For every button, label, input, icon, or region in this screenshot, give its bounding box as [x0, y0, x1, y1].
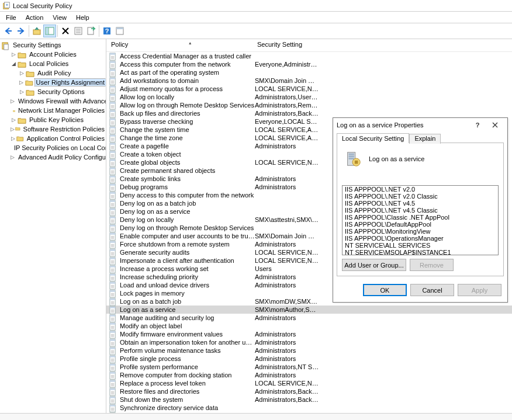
apply-button[interactable]: Apply	[458, 284, 501, 296]
tab-local-security-setting[interactable]: Local Security Setting	[337, 133, 409, 143]
policy-icon	[109, 347, 117, 355]
policy-row[interactable]: Modify an object label	[106, 322, 512, 330]
tree-item[interactable]: ▷Security Options	[0, 87, 106, 96]
tree-expander[interactable]: ▷	[19, 89, 25, 95]
policy-icon	[109, 110, 117, 117]
tree-item[interactable]: ▷Audit Policy	[0, 68, 106, 78]
principals-listbox[interactable]: IIS APPPOOL\.NET v2.0IIS APPPOOL\.NET v2…	[342, 185, 499, 255]
add-user-or-group-button[interactable]: Add User or Group...	[342, 259, 406, 271]
cancel-button[interactable]: Cancel	[410, 284, 454, 296]
up-button[interactable]	[30, 25, 43, 37]
tree-item[interactable]: IP Security Policies on Local Compute	[0, 143, 106, 152]
policy-row[interactable]: Access this computer from the networkEve…	[106, 60, 512, 68]
policy-row[interactable]: Allow log on through Remote Desktop Serv…	[106, 101, 512, 109]
tree-item[interactable]: ▷User Rights Assignment	[0, 78, 106, 87]
menu-file[interactable]: File	[1, 13, 21, 22]
policy-row[interactable]: Log on as a serviceSMX\momAuthor,SMX\...	[106, 306, 512, 314]
principal-item[interactable]: IIS APPPOOL\.NET v2.0 Classic	[343, 193, 498, 200]
svg-rect-205	[110, 355, 115, 357]
tree-item[interactable]: ◢Local Policies	[0, 59, 106, 68]
policy-row[interactable]: Shut down the systemAdministrators,Backu…	[106, 395, 512, 404]
tree-expander[interactable]: ▷	[11, 51, 17, 58]
policy-row[interactable]: Modify firmware environment valuesAdmini…	[106, 330, 512, 338]
menu-view[interactable]: View	[48, 13, 71, 22]
back-button[interactable]	[2, 25, 15, 37]
principal-item[interactable]: IIS APPPOOL\.NET v4.5	[343, 200, 498, 207]
svg-rect-246	[349, 155, 354, 157]
svg-rect-50	[110, 102, 115, 103]
policy-row[interactable]: Profile single processAdministrators	[106, 355, 512, 363]
tree-item[interactable]: ▷Windows Firewall with Advanced Sec	[0, 96, 106, 106]
tree-expander[interactable]: ▷	[11, 154, 15, 161]
tree-expander[interactable]: ▷	[19, 70, 25, 77]
tree-expander[interactable]: ▷	[11, 126, 15, 133]
principal-item[interactable]: NT SERVICE\MSOLAP$INSTANCE1	[343, 249, 498, 255]
dialog-close-button[interactable]	[486, 119, 504, 131]
tree-root[interactable]: Security Settings	[0, 40, 106, 50]
principal-item[interactable]: IIS APPPOOL\MonitoringView	[343, 228, 498, 235]
remove-button[interactable]: Remove	[410, 259, 454, 271]
policy-icon	[109, 126, 117, 134]
tree-horizontal-scrollbar[interactable]	[0, 404, 106, 413]
tab-explain[interactable]: Explain	[409, 134, 441, 144]
principal-item[interactable]: IIS APPPOOL\.NET v4.5 Classic	[343, 207, 498, 214]
policy-row[interactable]: Manage auditing and security logAdminist…	[106, 314, 512, 322]
policy-row[interactable]: Restore files and directoriesAdministrat…	[106, 387, 512, 395]
svg-rect-247	[349, 158, 354, 159]
policy-row[interactable]: Add workstations to domainSMX\Domain Joi…	[106, 77, 512, 85]
svg-rect-155	[110, 273, 115, 275]
properties-button[interactable]	[72, 25, 85, 37]
tree-item[interactable]: ▷Advanced Audit Policy Configuration	[0, 152, 106, 162]
delete-button[interactable]	[59, 25, 72, 37]
policy-row[interactable]: Synchronize directory service data	[106, 404, 512, 412]
svg-text:?: ?	[105, 27, 109, 34]
policy-row[interactable]: Back up files and directoriesAdministrat…	[106, 109, 512, 117]
ok-button[interactable]: OK	[363, 284, 407, 296]
tree-expander[interactable]: ▷	[11, 136, 16, 142]
policy-row[interactable]: Allow log on locallyAdministrators,Users…	[106, 93, 512, 101]
principal-item[interactable]: IIS APPPOOL\DefaultAppPool	[343, 221, 498, 228]
policy-row[interactable]: Take ownership of files or other objects…	[106, 412, 512, 413]
tree-expander[interactable]: ▷	[11, 117, 17, 123]
toolbar: ?	[0, 23, 512, 39]
policy-row[interactable]: Profile system performanceAdministrators…	[106, 363, 512, 371]
show-hide-tree-button[interactable]	[43, 25, 56, 37]
principal-item[interactable]: IIS APPPOOL\.NET v2.0	[343, 186, 498, 193]
policy-row[interactable]: Access Credential Manager as a trusted c…	[106, 52, 512, 60]
tree-expander[interactable]: ◢	[11, 61, 17, 67]
policy-icon	[109, 200, 117, 207]
svg-rect-115	[110, 208, 115, 210]
tree-item[interactable]: ▷Application Control Policies	[0, 134, 106, 143]
tree-item[interactable]: ▷Public Key Policies	[0, 115, 106, 124]
principal-item[interactable]: IIS APPPOOL\OperationsManager	[343, 235, 498, 242]
tree-item[interactable]: Network List Manager Policies	[0, 106, 106, 115]
policy-row[interactable]: Remove computer from docking stationAdmi…	[106, 371, 512, 379]
help-button[interactable]: ?	[101, 25, 113, 37]
column-header-security-setting[interactable]: Security Setting	[252, 39, 512, 51]
svg-rect-35	[110, 77, 115, 79]
tree-expander[interactable]: ▷	[19, 79, 25, 86]
tree-item[interactable]: ▷Account Policies	[0, 50, 106, 59]
tree-item[interactable]: ▷Software Restriction Policies	[0, 124, 106, 134]
policy-row[interactable]: Replace a process level tokenLOCAL SERVI…	[106, 379, 512, 387]
policy-icon	[109, 265, 117, 273]
policy-icon	[109, 175, 117, 183]
dialog-help-button[interactable]: ?	[469, 119, 486, 131]
export-button[interactable]	[85, 25, 98, 37]
forward-button[interactable]	[15, 25, 27, 37]
folder-icon	[16, 135, 24, 143]
policy-row[interactable]: Obtain an impersonation token for anothe…	[106, 338, 512, 346]
tree-expander[interactable]: ▷	[11, 98, 15, 105]
menu-action[interactable]: Action	[21, 13, 49, 22]
policy-row[interactable]: Act as part of the operating system	[106, 68, 512, 77]
tree-expander[interactable]	[11, 107, 12, 114]
principal-item[interactable]: IIS APPPOOL\Classic .NET AppPool	[343, 214, 498, 221]
menu-help[interactable]: Help	[71, 13, 94, 22]
refresh-button[interactable]	[113, 25, 126, 37]
svg-rect-230	[110, 396, 115, 398]
principal-item[interactable]: NT SERVICE\ALL SERVICES	[343, 242, 498, 249]
policy-row[interactable]: Perform volume maintenance tasksAdminist…	[106, 346, 512, 355]
policy-row[interactable]: Adjust memory quotas for a processLOCAL …	[106, 85, 512, 93]
column-header-policy[interactable]: Policy	[106, 39, 252, 51]
policy-icon	[109, 331, 117, 338]
